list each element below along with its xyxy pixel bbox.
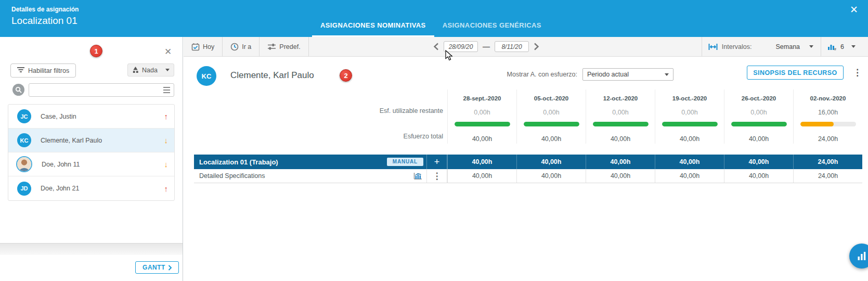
go-to-button[interactable]: Ir a [223,37,259,56]
filter-icon [17,67,24,74]
list-item-doe-john-11[interactable]: Doe, John 11 ↓ [8,152,174,176]
task-effort-cell[interactable]: 40,00h [447,169,516,183]
presets-button[interactable]: Predef. [260,37,308,56]
effort-period-select[interactable]: Periodo actual [582,68,673,81]
tab-asignaciones-nominativas[interactable]: ASIGNACIONES NOMINATIVAS [312,18,434,37]
task-row[interactable]: Detailed Specifications ⋮ 40,00h 40,00h … [194,169,862,183]
task-name-cell: Detailed Specifications [194,169,426,183]
search-icon[interactable] [12,84,24,96]
gantt-button[interactable]: GANTT [135,261,179,274]
chevron-down-icon[interactable] [851,45,856,48]
today-button[interactable]: Hoy [184,37,222,56]
total-value: 40,00h [586,132,655,146]
total-value: 40,00h [517,132,586,146]
tab-asignaciones-genericas[interactable]: ASIGNACIONES GENÉRICAS [434,18,550,35]
project-effort-cell[interactable]: 40,00h [655,155,724,169]
interval-count-value[interactable]: 6 [840,43,844,50]
search-options-icon[interactable] [160,87,174,93]
project-name-cell: Localization 01 (Trabajo) MANUAL [194,155,426,169]
calendar-today-icon [191,43,200,51]
task-effort-cell[interactable]: 40,00h [724,169,793,183]
project-row[interactable]: Localization 01 (Trabajo) MANUAL + 40,00… [194,155,862,169]
project-effort-cell[interactable]: 40,00h [724,155,793,169]
avatar: KC [17,133,31,147]
range-separator: — [483,43,490,51]
horizontal-scrollbar[interactable] [0,243,183,255]
close-icon[interactable]: ✕ [850,5,858,15]
histogram-fab-button[interactable] [849,244,868,269]
more-options-icon[interactable]: ⋮ [853,68,862,77]
svg-text:#: # [834,47,836,50]
resource-avatar: KC [197,66,216,86]
resource-sidebar: 1 ✕ Habilitar filtros Nada JC Case, Ju [0,37,183,281]
period-column: 26-oct.-2020 0,00h 40,00h [724,90,793,144]
avatar: JD [17,182,31,196]
task-effort-cell[interactable]: 40,00h [586,169,655,183]
bar-chart-icon [857,251,867,261]
total-value: 40,00h [448,132,516,146]
date-to-input[interactable] [495,41,529,52]
group-by-dropdown[interactable]: Nada [127,63,174,76]
intervals-label: Intervalos: [722,43,752,50]
gantt-label: GANTT [142,264,165,271]
project-effort-cell[interactable]: 24,00h [793,155,862,169]
show-effort-label: Mostrar A. con esfuerzo: [473,71,577,78]
enable-filters-button[interactable]: Habilitar filtros [10,63,76,78]
avatar: JC [17,109,31,123]
toolbar-left-group: Hoy Ir a Predef. [184,37,309,56]
total-effort-label: Esfuerzo total [404,133,443,140]
clock-icon [230,43,239,51]
trend-up-icon: ↑ [164,184,169,193]
remaining-value: 0,00h [448,105,516,120]
person-name: Clemente, Karl Paulo [41,137,164,144]
group-by-value: Nada [142,67,158,74]
period-header: 28-sept.-2020 [448,90,516,105]
chevron-down-icon [165,69,170,71]
plus-icon[interactable]: + [434,157,440,167]
period-header: 19-oct.-2020 [655,90,724,105]
trend-down-icon: ↓ [164,160,169,169]
project-effort-cell[interactable]: 40,00h [516,155,586,169]
date-from-input[interactable] [444,41,478,52]
remaining-value: 0,00h [655,105,724,120]
resource-name: Clemente, Karl Paulo [230,70,314,81]
page-title: Localization 01 [11,15,77,27]
person-name: Doe, John 11 [42,161,164,168]
remaining-value: 0,00h [586,105,655,120]
timeline-toolbar: Hoy Ir a Predef. — [184,37,868,57]
task-more-options-icon[interactable]: ⋮ [433,172,442,181]
utilization-bar [455,122,510,126]
remaining-value: 0,00h [724,105,793,120]
list-item-case-justin[interactable]: JC Case, Justin ↑ [8,105,174,129]
task-effort-cell[interactable]: 40,00h [516,169,586,183]
period-header: 12-oct.-2020 [586,90,655,105]
toolbar-right-group: Intervalos: Semana # 6 [702,37,856,56]
breadcrumb: Detalles de asignación [11,6,79,13]
period-column: 02-nov.-2020 16,00h 24,00h [793,90,862,144]
list-item-clemente-karl-paulo[interactable]: KC Clemente, Karl Paulo ↓ [8,129,174,152]
person-name: Case, Justin [41,113,164,120]
divider [702,37,702,56]
task-effort-cell[interactable]: 24,00h [793,169,862,183]
resource-synopsis-button[interactable]: SINOPSIS DEL RECURSO [747,66,844,80]
trend-up-icon: ↑ [164,112,169,121]
next-period-icon[interactable] [534,43,539,50]
list-item-doe-john-21[interactable]: JD Doe, John 21 ↑ [8,176,174,200]
task-effort-cell[interactable]: 40,00h [655,169,724,183]
project-effort-cell[interactable]: 40,00h [586,155,655,169]
previous-period-icon[interactable] [433,43,439,50]
task-chart-icon[interactable] [413,172,422,180]
project-name: Localization 01 (Trabajo) [199,158,387,166]
total-value: 24,00h [794,132,862,146]
chevron-down-icon[interactable] [809,45,813,48]
effort-period-value: Periodo actual [587,71,629,78]
capacity-summary-grid: Esf. utilizable restante Esfuerzo total … [194,90,862,144]
project-effort-cell[interactable]: 40,00h [447,155,516,169]
utilization-bar [800,122,856,126]
sidebar-close-icon[interactable]: ✕ [164,46,172,57]
search-input[interactable] [29,84,160,96]
tab-bar: ASIGNACIONES NOMINATIVAS ASIGNACIONES GE… [312,18,550,37]
chevron-right-icon [168,265,172,271]
interval-value[interactable]: Semana [775,43,800,50]
header: Detalles de asignación Localization 01 A… [0,0,868,37]
